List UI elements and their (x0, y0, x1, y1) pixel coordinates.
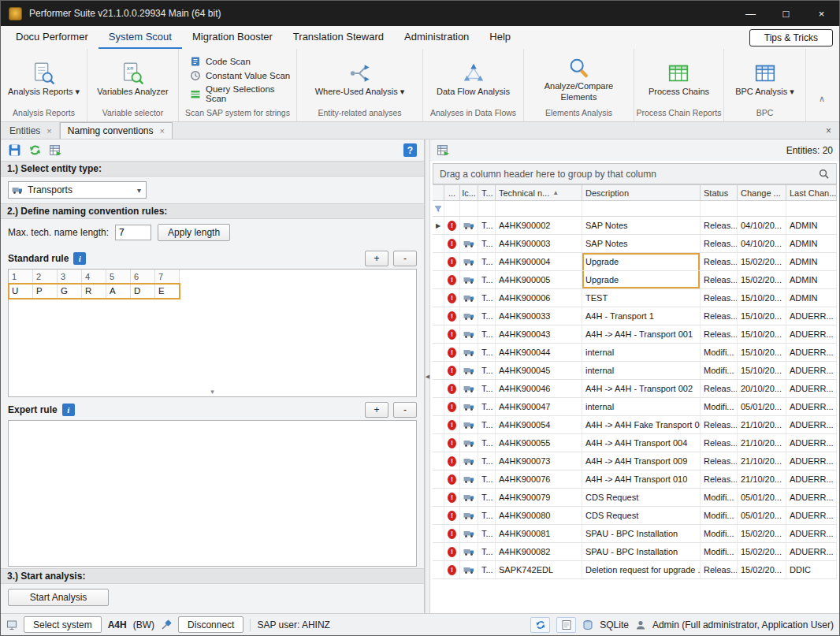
change-date-cell[interactable]: 15/02/20... (738, 253, 786, 270)
change-date-cell[interactable]: 05/01/20... (738, 398, 786, 415)
description-cell[interactable]: TEST (582, 289, 701, 307)
description-cell[interactable]: A4H - Transport 1 (582, 307, 701, 325)
description-cell[interactable]: internal (582, 398, 701, 415)
status-cell[interactable]: Releas... (701, 380, 738, 397)
rule-letter-cell[interactable]: D (131, 284, 155, 299)
technical-name-cell[interactable]: A4HK900073 (496, 452, 582, 470)
ribbon-tab-migration-booster[interactable]: Migration Booster (182, 26, 283, 49)
rule-column-header[interactable]: 4 (82, 270, 106, 284)
change-date-cell[interactable]: 15/10/20... (738, 325, 786, 343)
standard-rule-remove-button[interactable]: - (393, 251, 417, 266)
last-changed-by-cell[interactable]: ADMIN (786, 289, 837, 307)
export-icon[interactable] (437, 143, 450, 157)
help-icon[interactable]: ? (403, 143, 417, 157)
last-changed-by-cell[interactable]: ADUERR... (786, 344, 837, 361)
status-cell[interactable]: Releas... (701, 434, 738, 452)
info-icon[interactable]: i (62, 404, 75, 416)
description-cell[interactable]: CDS Request (582, 489, 701, 506)
description-cell[interactable]: A4H -> A4H Fake Transport 003 (582, 416, 701, 433)
technical-name-cell[interactable]: A4HK900079 (496, 489, 582, 506)
type-cell[interactable]: T... (478, 362, 496, 379)
table-row[interactable]: ! T... A4HK900054 A4H -> A4H Fake Transp… (433, 416, 837, 434)
technical-name-cell[interactable]: A4HK900045 (496, 362, 582, 379)
data-flow-analysis-button[interactable]: Data Flow Analysis (435, 61, 511, 99)
technical-name-cell[interactable]: A4HK900044 (496, 344, 582, 361)
technical-name-cell[interactable]: A4HK900006 (496, 289, 582, 307)
technical-name-cell[interactable]: A4HK900047 (496, 398, 582, 415)
status-cell[interactable]: Modifi... (701, 398, 738, 415)
table-row[interactable]: ! T... A4HK900045 internal Modifi... 15/… (433, 362, 837, 380)
code-scan-button[interactable]: Code Scan (190, 56, 293, 67)
rule-column-header[interactable]: 2 (33, 270, 58, 284)
type-cell[interactable]: T... (478, 217, 496, 234)
type-cell[interactable]: T... (478, 235, 496, 252)
type-cell[interactable]: T... (478, 398, 496, 415)
tips-and-tricks-button[interactable]: Tips & Tricks (749, 29, 833, 46)
change-date-cell[interactable]: 15/02/20... (738, 271, 786, 288)
description-cell[interactable]: A4H -> A4H Transport 009 (582, 452, 701, 470)
technical-name-cell[interactable]: A4HK900043 (496, 325, 582, 343)
ribbon-tab-system-scout[interactable]: System Scout (98, 26, 182, 49)
technical-name-cell[interactable]: A4HK900002 (496, 217, 582, 234)
start-analysis-button[interactable]: Start Analysis (8, 589, 109, 606)
table-row[interactable]: ! T... A4HK900055 A4H -> A4H Transport 0… (433, 434, 837, 452)
last-changed-by-cell[interactable]: ADMIN (786, 235, 837, 252)
max-length-input[interactable] (115, 225, 151, 240)
search-icon[interactable] (818, 168, 830, 180)
description-cell[interactable]: Upgrade (582, 271, 701, 288)
status-cell[interactable]: Releas... (701, 452, 738, 470)
technical-name-cell[interactable]: A4HK900033 (496, 307, 582, 325)
panel-splitter[interactable]: ◀ (425, 139, 430, 613)
type-cell[interactable]: T... (478, 325, 496, 343)
type-cell[interactable]: T... (478, 344, 496, 361)
standard-rule-add-button[interactable]: + (365, 251, 388, 266)
disconnect-button[interactable]: Disconnect (178, 616, 243, 633)
status-cell[interactable]: Releas... (701, 307, 738, 325)
status-cell[interactable]: Modifi... (701, 525, 738, 542)
table-row[interactable]: ! T... A4HK900073 A4H -> A4H Transport 0… (433, 452, 837, 470)
description-cell[interactable]: A4H -> A4H - Transport 001 (582, 325, 701, 343)
change-date-cell[interactable]: 15/10/20... (738, 344, 786, 361)
rule-letter-cell[interactable]: G (58, 284, 82, 299)
table-row[interactable]: ! T... A4HK900003 SAP Notes Releas... 04… (433, 235, 837, 253)
technical-name-cell[interactable]: A4HK900080 (496, 507, 582, 524)
change-date-cell[interactable]: 15/10/20... (738, 289, 786, 307)
change-date-cell[interactable]: 15/02/20... (738, 525, 786, 542)
type-cell[interactable]: T... (478, 271, 496, 288)
change-date-cell[interactable]: 04/10/20... (738, 235, 786, 252)
last-changed-by-cell[interactable]: DDIC (786, 561, 837, 578)
rule-letter-cell[interactable]: R (82, 284, 106, 299)
splitter-collapse-icon[interactable]: ◀ (426, 374, 429, 380)
description-cell[interactable]: internal (582, 344, 701, 361)
type-cell[interactable]: T... (478, 416, 496, 433)
last-changed-by-cell[interactable]: ADUERR... (786, 416, 837, 433)
technical-name-cell[interactable]: A4HK900004 (496, 253, 582, 270)
table-row[interactable]: ! T... SAPK742EDL Deletion request for u… (433, 561, 837, 579)
analysis-reports-button[interactable]: Analysis Reports ▾ (6, 61, 81, 99)
last-changed-by-cell[interactable]: ADUERR... (786, 325, 837, 343)
type-cell[interactable]: T... (478, 253, 496, 270)
status-cell[interactable]: Modifi... (701, 507, 738, 524)
description-cell[interactable]: Deletion request for upgrade ... (582, 561, 701, 578)
last-changed-by-cell[interactable]: ADUERR... (786, 398, 837, 415)
status-cell[interactable]: Modifi... (701, 344, 738, 361)
type-cell[interactable]: T... (478, 307, 496, 325)
technical-name-cell[interactable]: SAPK742EDL (496, 561, 582, 578)
analyze-compare-elements-button[interactable]: Analyze/Compare Elements (527, 55, 630, 104)
technical-name-cell[interactable]: A4HK900046 (496, 380, 582, 397)
type-cell[interactable]: T... (478, 543, 496, 560)
last-changed-by-cell[interactable]: ADMIN (786, 217, 837, 234)
type-cell[interactable]: T... (478, 289, 496, 307)
tab-naming-conventions[interactable]: Naming conventions × (60, 122, 173, 139)
column-header-technical-name[interactable]: Technical n... ▲ (496, 185, 582, 200)
change-date-cell[interactable]: 15/02/20... (738, 561, 786, 578)
info-icon[interactable]: i (73, 252, 86, 265)
description-cell[interactable]: CDS Request (582, 507, 701, 524)
last-changed-by-cell[interactable]: ADUERR... (786, 507, 837, 524)
change-date-cell[interactable]: 15/10/20... (738, 362, 786, 379)
last-changed-by-cell[interactable]: ADUERR... (786, 525, 837, 542)
table-row[interactable]: ! T... A4HK900044 internal Modifi... 15/… (433, 344, 837, 362)
table-row[interactable]: ! T... A4HK900004 Upgrade Releas... 15/0… (433, 253, 837, 271)
report-button[interactable] (556, 617, 576, 633)
type-cell[interactable]: T... (478, 380, 496, 397)
